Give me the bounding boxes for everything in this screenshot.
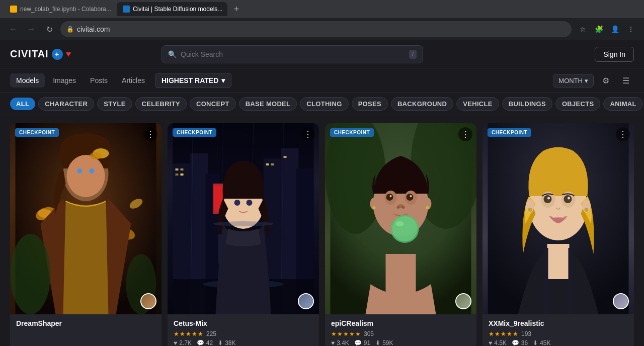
tab-favicon-civitai	[123, 6, 130, 13]
signin-button[interactable]: Sign In	[595, 47, 634, 62]
civitai-app: CIVITAI + ♥ 🔍 / Sign In Models Images Po…	[0, 40, 644, 346]
svg-rect-21	[181, 168, 184, 170]
month-dropdown[interactable]: MONTH ▾	[553, 74, 594, 88]
logo-plus-button[interactable]: +	[52, 49, 63, 60]
browser-chrome: new_colab_file.ipynb - Colabora... ✕ Civ…	[0, 0, 644, 40]
cat-objects[interactable]: OBJECTS	[555, 97, 601, 111]
svg-point-7	[77, 168, 83, 174]
card3-title: epiCRealism	[331, 319, 470, 327]
download-icon: ⬇	[218, 339, 223, 346]
card2-menu-button[interactable]: ⋮	[301, 127, 315, 141]
tab-colab[interactable]: new_colab_file.ipynb - Colabora... ✕	[4, 2, 115, 16]
bookmark-button[interactable]: ☆	[576, 22, 590, 36]
card2-downloads: ⬇ 38K	[218, 339, 235, 346]
search-icon: 🔍	[168, 50, 177, 58]
cat-all[interactable]: ALL	[10, 98, 35, 110]
tab-close-colab[interactable]: ✕	[114, 5, 115, 13]
grid-view-button[interactable]: ☰	[618, 72, 634, 89]
card1-avatar	[140, 293, 156, 309]
cat-base-model[interactable]: BASE MODEL	[239, 97, 297, 111]
svg-rect-22	[176, 174, 179, 176]
tab-label-colab: new_colab_file.ipynb - Colabora...	[20, 6, 111, 13]
search-bar[interactable]: 🔍 /	[162, 45, 423, 63]
search-input[interactable]	[181, 50, 405, 58]
card2-info: Cetus-Mix ★★★★★ 225 ♥ 2.7K 💬 42	[168, 314, 319, 346]
card3-info: epiCRealism ★★★★★ 305 ♥ 3.4K 💬 91	[325, 314, 476, 346]
card-image-1: CHECKPOINT ⋮	[10, 123, 162, 314]
nav-actions: ☆ 🧩 👤 ⋮	[576, 22, 638, 36]
cat-vehicle[interactable]: VEHICLE	[456, 97, 499, 111]
card2-stars: ★★★★★ 225	[174, 330, 313, 337]
filter-bar: Models Images Posts Articles HIGHEST RAT…	[0, 68, 644, 93]
tab-posts[interactable]: Posts	[84, 73, 114, 88]
tab-articles[interactable]: Articles	[116, 73, 151, 88]
reload-button[interactable]: ↻	[42, 22, 56, 36]
extensions-button[interactable]: 🧩	[592, 22, 606, 36]
heart-icon: ♥	[174, 339, 177, 346]
svg-point-39	[213, 221, 274, 226]
card3-avatar-img	[456, 294, 470, 308]
card1-menu-button[interactable]: ⋮	[143, 127, 157, 141]
svg-point-10	[90, 152, 102, 159]
svg-point-6	[67, 155, 105, 197]
card4-avatar-img	[614, 294, 628, 308]
svg-point-59	[373, 206, 376, 209]
filter-icon-button[interactable]: ⚙	[598, 72, 614, 89]
cat-celebrity[interactable]: CELEBRITY	[135, 97, 187, 111]
card-image-2: CHECKPOINT ⋮	[168, 123, 319, 314]
svg-rect-74	[544, 248, 548, 314]
cat-style[interactable]: STYLE	[97, 97, 132, 111]
card4-info: XXMix_9realistic ★★★★★ 193 ♥ 4.5K 💬 36	[482, 314, 634, 346]
model-card-dreamshaper[interactable]: CHECKPOINT ⋮ DreamShaper	[10, 123, 162, 346]
cat-poses[interactable]: POSES	[352, 97, 388, 111]
card2-star-row: ★★★★★	[174, 330, 203, 337]
cat-background[interactable]: BACKGROUND	[391, 97, 453, 111]
cat-buildings[interactable]: BUILDINGS	[502, 97, 552, 111]
card3-menu-button[interactable]: ⋮	[458, 127, 472, 141]
model-card-xxmix[interactable]: CHECKPOINT ⋮ XXMix_9realistic ★★★★★ 193 …	[482, 123, 634, 346]
svg-point-53	[402, 206, 405, 209]
svg-rect-43	[386, 254, 416, 314]
cat-animal[interactable]: ANIMAL	[603, 97, 642, 111]
tab-close-civitai[interactable]: ✕	[225, 5, 227, 13]
model-card-cetus[interactable]: CHECKPOINT ⋮ Cetus-Mix ★★★★★ 225 ♥	[168, 123, 319, 346]
cat-character[interactable]: CHARACTER	[38, 97, 94, 111]
profile-button[interactable]: 👤	[608, 22, 622, 36]
new-tab-button[interactable]: +	[229, 2, 244, 16]
tab-models[interactable]: Models	[10, 73, 45, 88]
card2-likes: ♥ 2.7K	[174, 339, 192, 346]
menu-button[interactable]: ⋮	[624, 22, 638, 36]
svg-point-11	[11, 234, 51, 314]
card2-download-count: 38K	[225, 339, 235, 346]
card4-download-count: 45K	[540, 339, 550, 346]
svg-rect-38	[218, 234, 222, 264]
forward-button[interactable]: →	[24, 22, 38, 36]
model-card-epicrealism[interactable]: CHECKPOINT ⋮ epiCRealism ★★★★★ 305 ♥	[325, 123, 476, 346]
cat-concept[interactable]: CONCEPT	[190, 97, 236, 111]
card4-comment-count: 36	[521, 339, 528, 346]
sort-dropdown[interactable]: HIGHEST RATED ▾	[155, 73, 231, 88]
svg-rect-24	[266, 163, 269, 165]
nav-tabs: Models Images Posts Articles	[10, 73, 151, 88]
back-button[interactable]: ←	[6, 22, 20, 36]
comment-icon: 💬	[354, 339, 362, 346]
card4-menu-button[interactable]: ⋮	[616, 127, 630, 141]
card4-avatar	[613, 293, 629, 309]
svg-rect-26	[284, 156, 287, 158]
card3-stars: ★★★★★ 305	[331, 330, 470, 337]
svg-point-52	[397, 206, 400, 209]
card-image-3: CHECKPOINT ⋮	[325, 123, 476, 314]
download-icon: ⬇	[533, 339, 538, 346]
tab-images[interactable]: Images	[47, 73, 82, 88]
address-bar[interactable]: 🔒 civitai.com	[60, 21, 572, 37]
tab-civitai[interactable]: Civitai | Stable Diffusion models... ✕	[117, 2, 227, 16]
logo: CIVITAI + ♥	[10, 48, 71, 60]
card3-star-row: ★★★★★	[331, 330, 361, 337]
card2-badge: CHECKPOINT	[173, 128, 216, 137]
svg-point-67	[564, 195, 572, 203]
card3-stats: ♥ 3.4K 💬 91 ⬇ 59K	[331, 339, 470, 346]
card2-likes-count: 2.7K	[179, 339, 192, 346]
cat-clothing[interactable]: CLOTHING	[300, 97, 348, 111]
logo-heart-icon[interactable]: ♥	[66, 49, 72, 59]
svg-rect-62	[547, 244, 570, 279]
